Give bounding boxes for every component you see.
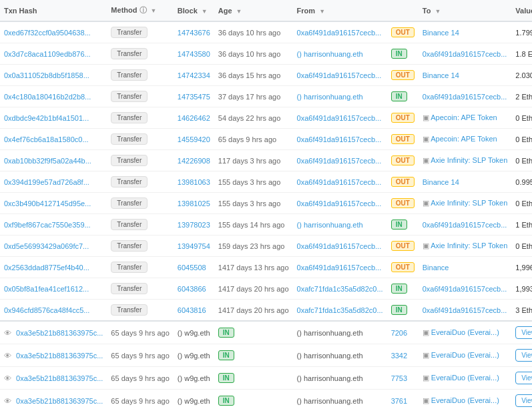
nft-txhash-link[interactable]: 0xa3e5b21b881363975c...: [16, 374, 103, 382]
block-link[interactable]: 13981025: [178, 199, 210, 208]
to-contract[interactable]: ▣ Axie Infinity: SLP Token: [423, 156, 508, 164]
block-link[interactable]: 14626462: [178, 114, 210, 122]
block-link[interactable]: 14742334: [178, 71, 210, 79]
txhash-link[interactable]: 0xed67f32ccf0a9504638...: [4, 29, 91, 37]
method-info-icon[interactable]: ⓘ: [140, 6, 147, 14]
nft-collection-name[interactable]: EveraiDuo (Everai...): [431, 374, 499, 382]
eye-icon[interactable]: 👁: [4, 397, 11, 405]
txhash-link[interactable]: 0x2563ddad8775ef4b40...: [4, 264, 89, 272]
block-link[interactable]: 13949754: [178, 242, 210, 250]
block-link[interactable]: 14735475: [178, 93, 210, 101]
nft-to-ens[interactable]: () harrisonhuang.eth: [297, 352, 363, 360]
nft-collection-name[interactable]: EveraiDuo (Everai...): [431, 328, 499, 336]
age-filter-icon[interactable]: ▼: [236, 8, 242, 15]
block-cell: 6043816: [174, 300, 214, 322]
to-cell: 0xa6f491da916157cecb...: [419, 300, 512, 322]
nft-from-ens[interactable]: () w9g.eth: [178, 374, 210, 382]
transactions-table: Txn Hash Method ⓘ ▼ Block ▼ Age ▼ From ▼…: [0, 0, 532, 411]
method-cell: Transfer: [107, 129, 173, 150]
from-address[interactable]: 0xafc71fda1c35a5d82c0...: [297, 285, 383, 293]
block-link[interactable]: 13978023: [178, 221, 210, 229]
to-contract[interactable]: ▣ Axie Infinity: SLP Token: [423, 199, 508, 207]
block-link[interactable]: 13981063: [178, 178, 210, 186]
to-cell: Binance: [419, 257, 512, 278]
from-address[interactable]: 0xa6f491da916157cecb...: [297, 242, 382, 250]
nft-tokenid-cell: 3761: [387, 390, 419, 412]
eye-icon[interactable]: 👁: [4, 374, 11, 382]
txhash-link[interactable]: 0x946cfd8576ca48f4cc5...: [4, 306, 89, 314]
to-label[interactable]: Binance: [423, 264, 449, 272]
nft-txhash-link[interactable]: 0xa3e5b21b881363975c...: [16, 397, 103, 405]
txhash-link[interactable]: 0x3d7c8aca1109edb876...: [4, 50, 91, 58]
txhash-link[interactable]: 0x394d199e57ad726a8f...: [4, 178, 89, 186]
eye-icon[interactable]: 👁: [4, 352, 11, 360]
nft-from-ens[interactable]: () w9g.eth: [178, 352, 210, 360]
block-link[interactable]: 14226908: [178, 157, 210, 165]
block-filter-icon[interactable]: ▼: [202, 8, 208, 15]
to-address[interactable]: 0xa6f491da916157cecb...: [423, 93, 507, 101]
to-contract[interactable]: ▣ Apecoin: APE Token: [423, 135, 497, 143]
from-filter-icon[interactable]: ▼: [319, 8, 325, 15]
view-nft-button[interactable]: View NFT >: [515, 394, 532, 407]
to-filter-icon[interactable]: ▼: [435, 8, 441, 15]
nft-collection-name[interactable]: EveraiDuo (Everai...): [431, 396, 499, 404]
block-link[interactable]: 6045508: [178, 264, 206, 272]
block-link[interactable]: 6043866: [178, 285, 206, 293]
nft-table-row: 👁 0xa3e5b21b881363975c... 65 days 9 hrs …: [0, 344, 532, 367]
to-label[interactable]: Binance 14: [423, 29, 459, 37]
from-ens[interactable]: () harrisonhuang.eth: [297, 221, 363, 229]
nft-collection-name[interactable]: EveraiDuo (Everai...): [431, 351, 499, 359]
from-address[interactable]: 0xa6f491da916157cecb...: [297, 264, 382, 272]
nft-btn-cell: View NFT >: [511, 367, 532, 390]
from-address[interactable]: 0xa6f491da916157cecb...: [297, 157, 382, 165]
from-address[interactable]: 0xa6f491da916157cecb...: [297, 114, 382, 122]
view-nft-button[interactable]: View NFT >: [515, 349, 532, 362]
view-nft-button[interactable]: View NFT >: [515, 372, 532, 384]
block-link[interactable]: 14743676: [178, 29, 210, 37]
txhash-link[interactable]: 0x4c180a180416b2d2b8...: [4, 93, 91, 101]
txhash-link[interactable]: 0x05bf8a1fea41cef1612...: [4, 285, 89, 293]
from-address[interactable]: 0xa6f491da916157cecb...: [297, 71, 382, 79]
to-address[interactable]: 0xa6f491da916157cecb...: [423, 285, 507, 293]
txhash-link[interactable]: 0x4ef76cb6a18a1580c0...: [4, 135, 89, 143]
from-address[interactable]: 0xafc71fda1c35a5d82c0...: [297, 306, 383, 314]
age-cell: 54 days 22 hrs ago: [214, 107, 293, 129]
block-cell: 6045508: [174, 257, 214, 278]
from-address[interactable]: 0xa6f491da916157cecb...: [297, 178, 382, 186]
view-nft-button[interactable]: View NFT >: [515, 326, 532, 339]
block-link[interactable]: 14559420: [178, 135, 210, 143]
from-address[interactable]: 0xa6f491da916157cecb...: [297, 199, 382, 208]
txhash-link[interactable]: 0xc3b490b4127145d95e...: [4, 199, 91, 208]
to-address[interactable]: 0xa6f491da916157cecb...: [423, 306, 507, 314]
from-address[interactable]: 0xa6f491da916157cecb...: [297, 29, 382, 37]
nft-from-ens[interactable]: () w9g.eth: [178, 329, 210, 337]
method-filter-icon[interactable]: ▼: [151, 7, 157, 14]
to-contract[interactable]: ▣ Axie Infinity: SLP Token: [423, 242, 508, 250]
nft-to-ens[interactable]: () harrisonhuang.eth: [297, 329, 363, 337]
nft-txhash-link[interactable]: 0xa3e5b21b881363975c...: [16, 329, 103, 337]
nft-to-ens[interactable]: () harrisonhuang.eth: [297, 374, 363, 382]
from-ens[interactable]: () harrisonhuang.eth: [297, 93, 363, 101]
from-ens[interactable]: () harrisonhuang.eth: [297, 50, 363, 58]
to-label[interactable]: Binance 14: [423, 71, 459, 79]
txhash-link[interactable]: 0x0a311052b8db5f1858...: [4, 71, 89, 79]
method-badge: Transfer: [111, 176, 148, 187]
to-contract[interactable]: ▣ Apecoin: APE Token: [423, 113, 497, 121]
txhash-link[interactable]: 0xab10bb32f9f5a02a44b...: [4, 157, 91, 165]
nft-to-cell: () harrisonhuang.eth: [293, 367, 387, 390]
age-cell: 1417 days 20 hrs ago: [214, 300, 293, 322]
nft-txhash-link[interactable]: 0xa3e5b21b881363975c...: [16, 352, 103, 360]
txhash-link[interactable]: 0xf9bef867cac7550e359...: [4, 221, 91, 229]
block-link[interactable]: 6043816: [178, 306, 206, 314]
nft-from-ens[interactable]: () w9g.eth: [178, 397, 210, 405]
to-label[interactable]: Binance 14: [423, 178, 459, 186]
block-link[interactable]: 14743580: [178, 50, 210, 58]
to-address[interactable]: 0xa6f491da916157cecb...: [423, 50, 507, 58]
txhash-link[interactable]: 0xd5e56993429a069fc7...: [4, 242, 89, 250]
direction-cell: OUT: [387, 65, 419, 86]
from-address[interactable]: 0xa6f491da916157cecb...: [297, 135, 382, 143]
eye-icon[interactable]: 👁: [4, 329, 11, 337]
to-address[interactable]: 0xa6f491da916157cecb...: [423, 221, 507, 229]
nft-to-ens[interactable]: () harrisonhuang.eth: [297, 397, 363, 405]
txhash-link[interactable]: 0xdbdc9e42b1bf4a1501...: [4, 114, 89, 122]
